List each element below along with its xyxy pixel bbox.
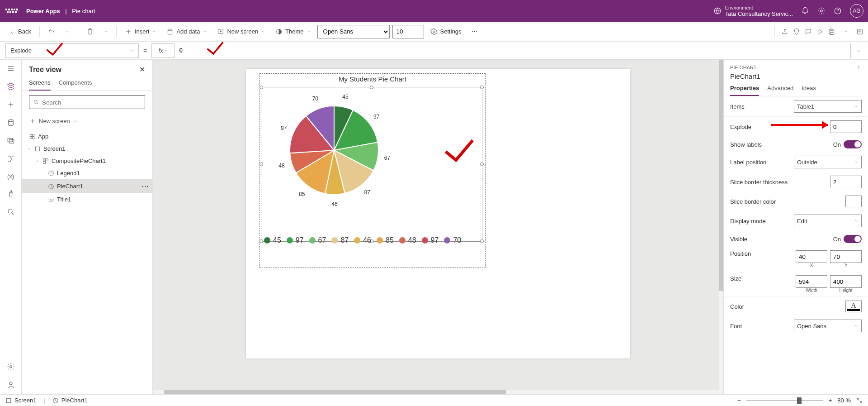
tree-search-input[interactable] xyxy=(42,99,141,106)
prop-showlabels-toggle[interactable] xyxy=(844,140,862,148)
close-tree-icon[interactable]: ✕ xyxy=(139,65,145,74)
paste-button[interactable] xyxy=(83,26,97,37)
prop-displaymode-dropdown[interactable]: Edit xyxy=(794,215,862,227)
prop-showlabels-label: Show labels xyxy=(730,141,762,148)
tab-ideas[interactable]: Ideas xyxy=(802,85,816,96)
pie-slice-label: 85 xyxy=(299,191,305,197)
prop-labelpos-dropdown[interactable]: Outside xyxy=(794,156,862,168)
save-icon[interactable] xyxy=(828,28,835,35)
canvas[interactable]: My Students Pie Chart 459767874685489770… xyxy=(246,69,630,358)
tab-screens[interactable]: Screens xyxy=(29,79,51,91)
props-type-label: PIE CHART xyxy=(730,65,756,70)
zoom-slider[interactable] xyxy=(746,400,823,401)
avatar[interactable]: AG xyxy=(850,4,863,18)
prop-color-swatch[interactable]: A xyxy=(845,301,862,312)
tree-item-piechart1[interactable]: PieChart1 ⋯ xyxy=(22,179,152,193)
save-menu[interactable] xyxy=(840,28,852,36)
help-icon[interactable] xyxy=(834,7,842,15)
new-screen-tree-label: New screen xyxy=(39,118,70,124)
annotation-check-3 xyxy=(442,139,475,161)
prop-border-color-swatch[interactable] xyxy=(845,196,862,207)
tree-view-icon[interactable] xyxy=(7,82,15,91)
font-size-input[interactable] xyxy=(392,25,424,38)
canvas-h-scrollbar[interactable] xyxy=(153,390,723,394)
paste-icon xyxy=(86,28,94,35)
tree-item-label: CompositePieChart1 xyxy=(52,158,106,164)
add-data-button[interactable]: Add data xyxy=(163,26,211,37)
flows-rail-icon[interactable] xyxy=(7,155,15,163)
tools-rail-icon[interactable] xyxy=(7,190,15,198)
tree-item-legend1[interactable]: Legend1 xyxy=(22,167,152,179)
tree-item-app[interactable]: App xyxy=(22,130,152,143)
prop-position-y[interactable] xyxy=(830,250,862,263)
fit-screen-icon[interactable] xyxy=(856,397,863,404)
theme-button[interactable]: Theme xyxy=(272,26,314,37)
hamburger-icon[interactable] xyxy=(7,64,15,72)
comments-icon[interactable] xyxy=(805,28,812,35)
undo-menu[interactable] xyxy=(61,28,73,36)
publish-icon[interactable] xyxy=(856,28,863,35)
tab-properties[interactable]: Properties xyxy=(730,85,759,96)
preview-icon[interactable] xyxy=(816,28,824,35)
prop-size-h[interactable] xyxy=(830,275,862,288)
zoom-in-button[interactable]: + xyxy=(829,397,832,404)
new-screen-tree-button[interactable]: ＋New screen xyxy=(22,114,152,129)
prop-size-w[interactable] xyxy=(796,275,827,288)
virtual-agent-rail-icon[interactable] xyxy=(7,381,15,389)
insert-rail-icon[interactable] xyxy=(7,100,15,109)
prop-font-dropdown[interactable]: Open Sans xyxy=(794,320,862,332)
annotation-check-1 xyxy=(45,43,64,55)
font-family-input[interactable]: Open Sans xyxy=(317,25,390,38)
tab-components[interactable]: Components xyxy=(59,79,92,91)
settings-rail-icon[interactable] xyxy=(7,363,15,371)
formula-input[interactable] xyxy=(175,43,850,58)
paste-menu[interactable] xyxy=(100,28,112,36)
new-screen-button[interactable]: New screen xyxy=(213,26,269,37)
variables-rail-icon[interactable]: (x) xyxy=(7,173,14,180)
checker-icon[interactable] xyxy=(793,28,800,35)
prop-border-thick-input[interactable] xyxy=(830,176,862,188)
zoom-value: 80 % xyxy=(837,397,851,404)
notifications-icon[interactable] xyxy=(801,7,809,15)
environment-picker[interactable]: Environment Tata Consultancy Servic... xyxy=(713,5,793,17)
chevron-down-icon xyxy=(35,159,40,163)
svg-rect-28 xyxy=(6,398,10,402)
zoom-out-button[interactable]: − xyxy=(737,397,741,404)
svg-rect-23 xyxy=(46,158,48,161)
props-name: PieChart1 xyxy=(730,72,862,80)
status-selected-label: PieChart1 xyxy=(61,397,88,404)
search-rail-icon[interactable] xyxy=(7,208,15,216)
data-rail-icon[interactable] xyxy=(7,119,15,127)
environment-name: Tata Consultancy Servic... xyxy=(725,10,793,17)
annotation-check-2 xyxy=(205,42,224,54)
environment-icon xyxy=(713,7,722,15)
tree-item-screen1[interactable]: Screen1 xyxy=(22,143,152,155)
prop-items-value: Table1 xyxy=(797,103,814,110)
tree-item-composite-pie[interactable]: CompositePieChart1 xyxy=(22,155,152,167)
app-launcher-icon[interactable] xyxy=(5,9,19,13)
settings-icon[interactable] xyxy=(817,7,826,15)
tree-search[interactable] xyxy=(29,96,145,109)
svg-rect-20 xyxy=(33,137,34,139)
back-button[interactable]: Back xyxy=(5,26,35,37)
insert-button[interactable]: Insert xyxy=(121,26,160,37)
prop-position-x[interactable] xyxy=(796,250,827,263)
canvas-v-scrollbar[interactable] xyxy=(719,60,723,390)
expand-formula-icon[interactable] xyxy=(855,47,863,54)
chevron-right-icon[interactable] xyxy=(855,64,862,71)
status-selected[interactable]: PieChart1 xyxy=(52,397,88,404)
tree-item-title1[interactable]: Title1 xyxy=(22,193,152,205)
prop-explode-input[interactable] xyxy=(830,120,862,133)
more-button[interactable]: ⋯ xyxy=(468,26,481,37)
prop-items-dropdown[interactable]: Table1 xyxy=(794,100,862,113)
settings-button[interactable]: Settings xyxy=(427,26,465,37)
undo-button[interactable] xyxy=(44,26,59,37)
status-screen[interactable]: Screen1 xyxy=(5,397,36,404)
svg-rect-22 xyxy=(43,158,46,161)
tab-advanced[interactable]: Advanced xyxy=(767,85,793,96)
property-selector[interactable]: Explode xyxy=(5,43,139,58)
more-icon[interactable]: ⋯ xyxy=(142,182,149,191)
media-rail-icon[interactable] xyxy=(7,137,15,145)
share-icon[interactable] xyxy=(781,28,788,35)
prop-visible-toggle[interactable] xyxy=(844,235,862,243)
